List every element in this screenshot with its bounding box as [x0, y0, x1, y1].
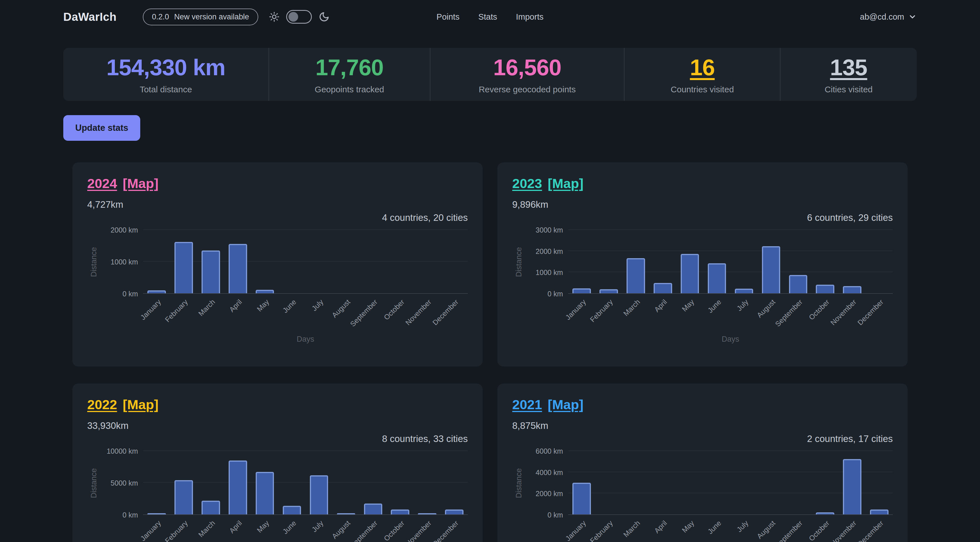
month-slot [143, 451, 170, 514]
x-tick-label: February [589, 519, 614, 542]
y-axis-title: Distance [512, 451, 525, 515]
month-slot [387, 451, 414, 514]
y-tick-label: 6000 km [536, 447, 563, 455]
chart-bar [627, 258, 645, 293]
y-tick-label: 10000 km [107, 447, 138, 455]
chart-bar [175, 480, 193, 514]
chart-bar [147, 290, 166, 293]
year-link[interactable]: 2022 [87, 397, 117, 412]
chart-bar [870, 510, 888, 514]
stat-label: Countries visited [671, 85, 734, 94]
year-summary: 4 countries, 20 cities [87, 212, 468, 223]
year-link[interactable]: 2023 [512, 176, 542, 191]
brand-link[interactable]: DaWarIch [63, 11, 116, 23]
x-tick-label: April [653, 298, 669, 314]
month-slot [568, 451, 595, 514]
stat-total-distance: 154,330 km Total distance [63, 48, 269, 101]
month-slot [703, 230, 730, 293]
theme-toggle[interactable] [286, 10, 312, 24]
x-tick-label: March [622, 519, 642, 539]
nav-stats[interactable]: Stats [478, 12, 497, 22]
month-slot [360, 230, 387, 293]
month-slot [838, 451, 866, 514]
year-link[interactable]: 2024 [87, 176, 117, 191]
stat-geopoints: 17,760 Geopoints tracked [269, 48, 430, 101]
countries-visited-link[interactable]: 16 [690, 54, 714, 81]
navbar-right: ab@cd.com [860, 12, 917, 22]
x-tick-label: October [382, 519, 406, 542]
x-tick-label: June [281, 298, 298, 315]
month-slot [441, 230, 468, 293]
version-badge[interactable]: 0.2.0 New version available [143, 8, 258, 25]
y-axis-ticks: 3000 km2000 km1000 km0 km [525, 230, 568, 294]
month-slot [757, 230, 784, 293]
map-link[interactable]: [Map] [548, 397, 584, 412]
map-link[interactable]: [Map] [548, 176, 584, 191]
monthly-distance-chart: Distance 2000 km1000 km0 km JanuaryFebru… [87, 230, 468, 344]
map-link[interactable]: [Map] [123, 397, 159, 412]
cities-visited-link[interactable]: 135 [830, 54, 867, 81]
stat-label: Cities visited [825, 85, 873, 94]
chart-bar [843, 286, 861, 293]
x-tick-label: December [856, 298, 885, 327]
nav-points[interactable]: Points [436, 12, 460, 22]
x-tick-label: March [622, 298, 642, 318]
year-distance: 9,896km [512, 199, 893, 210]
chart-bar [762, 246, 781, 293]
month-slot [730, 230, 758, 293]
x-tick-label: September [773, 519, 804, 542]
chart-bar [364, 504, 383, 514]
x-tick-label: May [681, 298, 696, 313]
y-tick-label: 2000 km [536, 490, 563, 498]
month-slot [441, 451, 468, 514]
x-tick-label: June [706, 298, 723, 315]
user-menu[interactable]: ab@cd.com [860, 12, 917, 22]
x-tick-label: July [310, 298, 325, 313]
x-tick-label: January [139, 519, 162, 542]
year-link[interactable]: 2021 [512, 397, 542, 412]
stat-value: 16,560 [493, 54, 561, 81]
monthly-distance-chart: Distance 3000 km2000 km1000 km0 km Janua… [512, 230, 893, 344]
month-slot [143, 230, 170, 293]
month-slot [649, 230, 676, 293]
x-axis-title: Days [143, 335, 468, 344]
chart-plot [143, 451, 468, 515]
month-slot [703, 451, 730, 514]
main-nav: Points Stats Imports [436, 12, 543, 22]
bars-row [143, 451, 468, 514]
y-tick-label: 1000 km [536, 269, 563, 277]
month-slot [305, 230, 332, 293]
x-tick-label: January [139, 298, 162, 321]
month-slot [757, 451, 784, 514]
chart-bar [600, 289, 618, 293]
y-axis-title: Distance [87, 230, 100, 294]
chart-bar [654, 283, 672, 293]
x-tick-label: April [228, 298, 244, 314]
chart-bar [202, 251, 220, 293]
update-stats-button[interactable]: Update stats [63, 115, 140, 141]
month-slot [197, 230, 224, 293]
x-tick-label: October [807, 519, 831, 542]
chart-plot [568, 451, 893, 515]
chevron-down-icon [908, 13, 917, 21]
month-slot [414, 451, 441, 514]
bars-row [568, 451, 893, 514]
y-tick-label: 3000 km [536, 226, 563, 234]
month-slot [649, 451, 676, 514]
x-tick-label: February [589, 298, 614, 324]
month-slot [622, 451, 649, 514]
month-slot [784, 230, 811, 293]
year-summary: 8 countries, 33 cities [87, 434, 468, 444]
month-slot [866, 230, 893, 293]
nav-imports[interactable]: Imports [516, 12, 544, 22]
version-number: 0.2.0 [152, 13, 169, 21]
chart-bar [681, 254, 699, 293]
x-tick-label: November [829, 519, 858, 542]
x-tick-label: June [281, 519, 298, 536]
navbar: DaWarIch 0.2.0 New version available [0, 0, 980, 33]
x-tick-label: June [706, 519, 723, 536]
chart-bar [789, 275, 808, 293]
x-tick-label: July [735, 298, 750, 313]
map-link[interactable]: [Map] [123, 176, 159, 191]
stat-cities-visited: 135 Cities visited [780, 48, 917, 101]
